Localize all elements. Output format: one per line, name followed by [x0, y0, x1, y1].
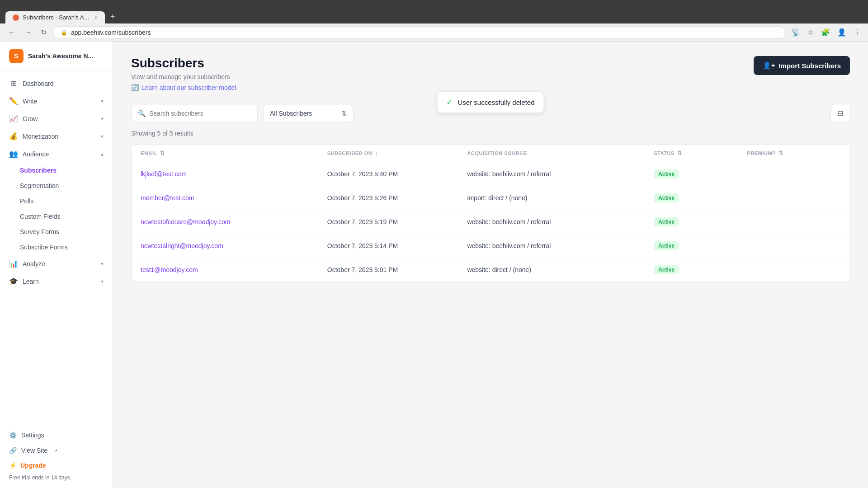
analyze-icon: 📊 — [9, 259, 18, 268]
sidebar-sub-label: Custom Fields — [20, 213, 60, 220]
page-subtitle: View and manage your subscribers — [131, 73, 754, 80]
app: S Sarah's Awesome N... ⊞ Dashboard ✏️ Wr… — [0, 42, 868, 488]
chevron-down-icon: ▾ — [101, 98, 104, 104]
address-bar[interactable]: 🔒 app.beehiiv.com/subscribers — [53, 26, 786, 39]
table-row: newtestofcousre@moodjoy.com October 7, 2… — [132, 210, 849, 234]
status-badge: Active — [654, 193, 679, 202]
sort-icon[interactable]: ⇅ — [677, 150, 682, 156]
sidebar: S Sarah's Awesome N... ⊞ Dashboard ✏️ Wr… — [0, 42, 113, 488]
back-button[interactable]: ← — [5, 27, 18, 38]
extension-icon[interactable]: 🧩 — [819, 26, 832, 38]
page-header: Subscribers View and manage your subscri… — [131, 56, 850, 91]
learn-link[interactable]: 🔄 Learn about our subscriber model — [131, 84, 754, 91]
filter-dropdown[interactable]: All Subscribers ⇅ — [263, 105, 354, 122]
sidebar-item-analyze[interactable]: 📊 Analyze ▾ — [0, 255, 113, 272]
sidebar-item-audience[interactable]: 👥 Audience ▴ — [0, 145, 113, 163]
email-header-label: EMAIL — [141, 150, 157, 156]
results-count: Showing 5 of 5 results — [131, 130, 850, 137]
browser-tabs: Subscribers - Sarah's Awesome... × + — [5, 0, 119, 23]
learn-icon: 🎓 — [9, 277, 18, 286]
import-subscribers-button[interactable]: 👤+ Import Subscribers — [754, 56, 850, 75]
sidebar-bottom: ⚙️ Settings 🔗 View Site ↗ ⚡ Upgrade Free… — [0, 420, 113, 488]
subscriber-status: Active — [654, 265, 747, 274]
table-header: EMAIL ⇅ SUBSCRIBED ON ↓ ACQUISITION SOUR… — [132, 145, 849, 162]
subscriber-email[interactable]: newtestofcousre@moodjoy.com — [141, 218, 327, 225]
status-column-header: STATUS ⇅ — [654, 150, 747, 156]
menu-icon[interactable]: ⋮ — [852, 26, 863, 38]
sidebar-item-subscribe-forms[interactable]: Subscribe Forms — [0, 239, 113, 255]
sidebar-item-polls[interactable]: Polls — [0, 193, 113, 209]
subscriber-email[interactable]: test1@moodjoy.com — [141, 266, 327, 273]
subscriber-email[interactable]: member@test.com — [141, 194, 327, 202]
sidebar-sub-label: Subscribe Forms — [20, 244, 68, 251]
table-row: lkjlsdf@test.com October 7, 2023 5:40 PM… — [132, 162, 849, 186]
search-input[interactable] — [149, 110, 251, 117]
columns-button[interactable]: ⊟ — [830, 104, 850, 122]
subscribed-on-column-header: SUBSCRIBED ON ↓ — [327, 150, 467, 156]
columns-icon: ⊟ — [837, 109, 843, 117]
subscriber-acquisition-source: website: beehiiv.com / referral — [467, 242, 654, 249]
sidebar-item-custom-fields[interactable]: Custom Fields — [0, 209, 113, 224]
forward-button[interactable]: → — [22, 27, 34, 38]
status-badge: Active — [654, 217, 679, 226]
brand-name: Sarah's Awesome N... — [28, 52, 93, 60]
premium-column-header: PREMIUM? ⇅ — [747, 150, 840, 156]
sidebar-item-survey-forms[interactable]: Survey Forms — [0, 224, 113, 239]
sidebar-item-dashboard[interactable]: ⊞ Dashboard — [0, 75, 113, 92]
profile-icon[interactable]: 👤 — [835, 26, 848, 38]
refresh-button[interactable]: ↻ — [38, 26, 49, 38]
sidebar-sub-label: Segmentation — [20, 182, 59, 189]
page-title-area: Subscribers View and manage your subscri… — [131, 56, 754, 91]
grow-icon: 📈 — [9, 114, 18, 123]
search-box[interactable]: 🔍 — [131, 105, 258, 122]
lightning-icon: ⚡ — [9, 462, 17, 469]
sidebar-item-subscribers[interactable]: Subscribers — [0, 163, 113, 178]
toast-message: User successfully deleted — [458, 99, 534, 106]
cast-icon[interactable]: 📡 — [789, 26, 802, 38]
main-wrapper: ✓ User successfully deleted Subscribers … — [113, 42, 868, 488]
sidebar-item-monetization[interactable]: 💰 Monetization ▾ — [0, 127, 113, 145]
import-btn-label: Import Subscribers — [778, 62, 841, 70]
sidebar-item-label: Audience — [23, 150, 49, 158]
address-text: app.beehiiv.com/subscribers — [71, 29, 151, 36]
sidebar-item-settings[interactable]: ⚙️ Settings — [9, 427, 104, 443]
subscriber-acquisition-source: website: direct / (none) — [467, 266, 654, 273]
new-tab-button[interactable]: + — [107, 10, 119, 23]
sidebar-item-grow[interactable]: 📈 Grow ▾ — [0, 110, 113, 127]
sidebar-item-write[interactable]: ✏️ Write ▾ — [0, 92, 113, 110]
table-body: lkjlsdf@test.com October 7, 2023 5:40 PM… — [132, 162, 849, 282]
browser-chrome: Subscribers - Sarah's Awesome... × + — [0, 0, 868, 23]
sidebar-item-label: Grow — [23, 115, 38, 122]
subscriber-acquisition-source: import: direct / (none) — [467, 194, 654, 202]
search-icon: 🔍 — [138, 110, 146, 117]
status-badge: Active — [654, 169, 679, 178]
write-icon: ✏️ — [9, 97, 18, 105]
sidebar-sub-label: Polls — [20, 197, 33, 205]
bookmark-icon[interactable]: ☆ — [806, 26, 816, 38]
filter-selected-label: All Subscribers — [270, 110, 312, 117]
table-row: member@test.com October 7, 2023 5:26 PM … — [132, 186, 849, 210]
success-toast: ✓ User successfully deleted — [437, 91, 544, 113]
email-column-header: EMAIL ⇅ — [141, 150, 327, 156]
subscriber-email[interactable]: lkjlsdf@test.com — [141, 170, 327, 178]
tab-close-button[interactable]: × — [94, 14, 98, 21]
sidebar-item-label: Dashboard — [23, 80, 54, 87]
subscriber-status: Active — [654, 169, 747, 178]
learn-link-text: Learn about our subscriber model — [142, 84, 236, 91]
sidebar-item-label: Learn — [23, 278, 39, 285]
upgrade-button[interactable]: ⚡ Upgrade — [9, 458, 104, 473]
active-tab[interactable]: Subscribers - Sarah's Awesome... × — [5, 11, 105, 23]
dashboard-icon: ⊞ — [9, 79, 18, 88]
external-icon: ↗ — [54, 448, 57, 453]
chevron-down-icon: ▾ — [101, 261, 104, 267]
lock-icon: 🔒 — [61, 29, 67, 36]
sidebar-item-view-site[interactable]: 🔗 View Site ↗ — [9, 443, 104, 458]
sidebar-item-segmentation[interactable]: Segmentation — [0, 178, 113, 193]
subscriber-email[interactable]: newtestalright@moodjoy.com — [141, 242, 327, 249]
sidebar-item-learn[interactable]: 🎓 Learn ▾ — [0, 272, 113, 290]
sort-icon[interactable]: ⇅ — [160, 150, 165, 156]
brand-avatar: S — [9, 49, 24, 63]
sort-icon[interactable]: ⇅ — [778, 150, 783, 156]
chevron-updown-icon: ⇅ — [341, 110, 347, 117]
sort-desc-icon[interactable]: ↓ — [375, 150, 378, 156]
